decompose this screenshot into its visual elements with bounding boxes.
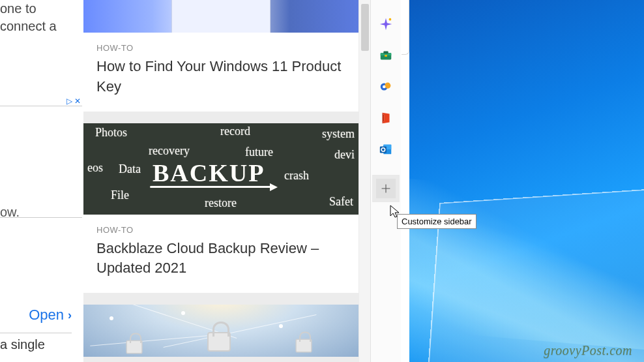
- article-thumbnail: [83, 305, 359, 357]
- article-list: HOW-TO How to Find Your Windows 11 Produ…: [83, 0, 359, 362]
- games-icon[interactable]: [376, 77, 396, 97]
- adchoices-icon[interactable]: ▷: [66, 97, 72, 106]
- svg-point-7: [383, 85, 386, 89]
- ad-column: one to connect a ▷ ✕ ow. Open › a single: [0, 0, 83, 362]
- ad-open-button[interactable]: Open ›: [29, 307, 72, 324]
- svg-point-6: [385, 83, 390, 89]
- outlook-icon[interactable]: [376, 140, 396, 159]
- article-category: HOW-TO: [96, 43, 345, 53]
- office-icon[interactable]: [376, 108, 396, 128]
- article-card[interactable]: Photos record system recovery future dev…: [83, 123, 359, 294]
- window-edge: [402, 0, 409, 55]
- chevron-right-icon: ›: [68, 309, 72, 322]
- article-card[interactable]: HOW-TO How to Find Your Windows 11 Produ…: [83, 0, 359, 112]
- svg-rect-3: [383, 52, 388, 54]
- tooltip: Customize sidebar: [397, 214, 476, 229]
- svg-point-0: [389, 18, 392, 21]
- scrollbar-thumb[interactable]: [361, 4, 369, 51]
- page-content: one to connect a ▷ ✕ ow. Open › a single…: [0, 0, 359, 362]
- desktop-wallpaper: [409, 0, 644, 362]
- article-card[interactable]: [83, 305, 359, 357]
- discover-icon[interactable]: [376, 14, 396, 34]
- article-thumbnail: [83, 0, 359, 33]
- ad-choices-controls[interactable]: ▷ ✕: [66, 97, 81, 106]
- edge-sidebar: [370, 0, 401, 362]
- article-title[interactable]: How to Find Your Windows 11 Product Key: [96, 57, 345, 97]
- plus-icon: [380, 183, 392, 194]
- ad-text-fragment-1: one to connect a: [0, 0, 72, 35]
- article-thumbnail: Photos record system recovery future dev…: [83, 123, 359, 215]
- browser-window: one to connect a ▷ ✕ ow. Open › a single…: [0, 0, 409, 362]
- scrollbar[interactable]: [359, 0, 370, 362]
- svg-rect-4: [385, 55, 387, 57]
- close-ad-icon[interactable]: ✕: [74, 97, 81, 106]
- article-title[interactable]: Backblaze Cloud Backup Review – Updated …: [96, 239, 345, 279]
- customize-sidebar-button[interactable]: [372, 175, 400, 202]
- tools-icon[interactable]: [376, 46, 396, 65]
- watermark-text: groovyPost.com: [544, 343, 632, 358]
- ad-open-label: Open: [29, 307, 64, 324]
- article-category: HOW-TO: [96, 225, 345, 235]
- ad-text-fragment-3: a single: [0, 333, 72, 352]
